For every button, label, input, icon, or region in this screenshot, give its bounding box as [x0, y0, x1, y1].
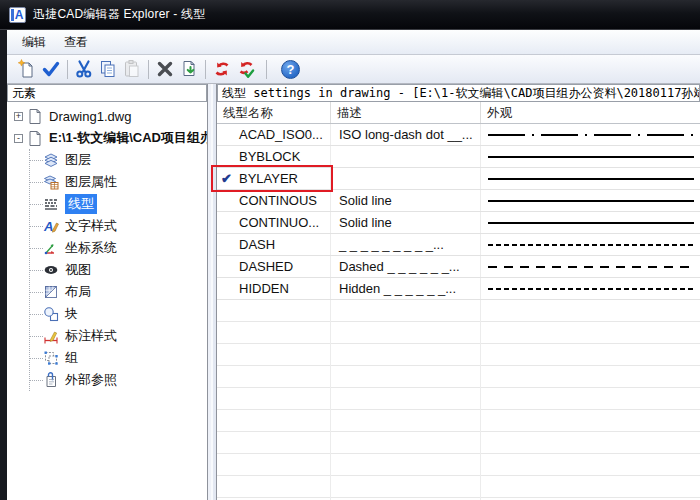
current-check-icon: ✔ [221, 171, 232, 186]
tree-connector [30, 292, 43, 293]
external-reference-icon [43, 372, 60, 388]
linetype-description: Solid line [331, 190, 481, 211]
sidebar-item-label: 视图 [65, 261, 91, 279]
linetype-preview [488, 200, 694, 202]
app-window: A 迅捷CAD编辑器 Explorer - 线型 编辑 查看 [0, 0, 700, 500]
table-row[interactable]: ACAD_ISO0... ISO long-dash dot __... [217, 124, 700, 146]
linetype-description: Solid line [331, 212, 481, 233]
dimension-style-icon [43, 328, 60, 344]
linetype-name: DASH [239, 237, 275, 252]
window-frame: 编辑 查看 [0, 30, 700, 500]
column-header-appearance[interactable]: 外观 [481, 102, 700, 123]
sidebar-item-label: 布局 [65, 283, 91, 301]
sidebar-item-label: 图层 [65, 151, 91, 169]
linetype-name: DASHED [239, 259, 293, 274]
linetype-preview [488, 156, 694, 158]
linetype-table: 线型名称 描述 外观 ACAD_ISO0... ISO long-dash do… [217, 102, 700, 500]
sidebar-item-coordinate-system[interactable]: 坐标系统 [30, 237, 207, 259]
toolbar-separator [205, 60, 206, 79]
linetype-name: CONTINUO... [239, 215, 319, 230]
menu-edit[interactable]: 编辑 [13, 31, 55, 54]
toolbar-separator [148, 60, 149, 79]
sidebar-item-layouts[interactable]: 布局 [30, 281, 207, 303]
linetype-icon [43, 196, 60, 212]
tree-connector [30, 226, 43, 227]
block-icon [43, 306, 60, 322]
column-header-description[interactable]: 描述 [331, 102, 481, 123]
linetype-name: CONTINOUS [239, 193, 317, 208]
title-bar[interactable]: A 迅捷CAD编辑器 Explorer - 线型 [0, 0, 700, 30]
sidebar-item-layers[interactable]: 图层 [30, 149, 207, 171]
export-file-icon[interactable] [177, 57, 201, 81]
tree-item-label: Drawing1.dwg [49, 109, 131, 124]
tree-item-drawing1[interactable]: + Drawing1.dwg [7, 105, 207, 127]
table-row[interactable]: CONTINOUS Solid line [217, 190, 700, 212]
linetype-panel-header: 线型 settings in drawing - [E:\1-软文编辑\CAD项… [217, 84, 700, 102]
group-icon [43, 350, 60, 366]
new-file-icon[interactable] [15, 57, 39, 81]
tree-connector [30, 248, 43, 249]
table-row[interactable]: HIDDEN Hidden _ _ _ _ _ _... [217, 278, 700, 300]
tree-connector [30, 204, 43, 205]
delete-icon[interactable] [153, 57, 177, 81]
linetype-description: ISO long-dash dot __... [331, 124, 481, 145]
paste-icon[interactable] [120, 57, 144, 81]
linetype-preview [488, 222, 694, 224]
help-icon[interactable]: ? [281, 60, 300, 79]
sidebar-item-dimension-styles[interactable]: 标注样式 [30, 325, 207, 347]
menu-bar: 编辑 查看 [7, 30, 700, 55]
sidebar-item-layer-properties[interactable]: 图层属性 [30, 171, 207, 193]
linetype-panel: 线型 settings in drawing - [E:\1-软文编辑\CAD项… [217, 84, 700, 500]
sidebar-item-groups[interactable]: 组 [30, 347, 207, 369]
elements-panel: 元素 + Drawing1.dwg - E:\1-软 [7, 84, 207, 500]
linetype-description: Hidden _ _ _ _ _ _... [331, 278, 481, 299]
tree-children: 图层 图层属性 [29, 149, 207, 391]
toolbar-separator [67, 60, 68, 79]
table-header-row: 线型名称 描述 外观 [217, 102, 700, 124]
sidebar-item-label: 组 [65, 349, 78, 367]
panel-splitter[interactable] [207, 84, 217, 500]
sidebar-item-blocks[interactable]: 块 [30, 303, 207, 325]
table-row-bylayer[interactable]: ✔ BYLAYER [217, 168, 700, 190]
linetype-description: Dashed _ _ _ _ _ _... [331, 256, 481, 277]
cut-icon[interactable] [72, 57, 96, 81]
reload-apply-icon[interactable] [234, 57, 258, 81]
window-title: 迅捷CAD编辑器 Explorer - 线型 [33, 6, 205, 23]
tree-item-label: E:\1-软文编辑\CAD项目组办 [49, 129, 207, 147]
tree-item-current-drawing[interactable]: - E:\1-软文编辑\CAD项目组办 [7, 127, 207, 149]
table-row[interactable]: DASHED Dashed _ _ _ _ _ _... [217, 256, 700, 278]
menu-view[interactable]: 查看 [55, 31, 97, 54]
linetype-description: _ _ _ _ _ _ _ _ _... [331, 234, 481, 255]
sidebar-item-text-style[interactable]: A 文字样式 [30, 215, 207, 237]
sidebar-item-label: 块 [65, 305, 78, 323]
linetype-description [331, 146, 481, 167]
sidebar-item-label: 标注样式 [65, 327, 117, 345]
tree-connector [30, 380, 43, 381]
tree-connector [30, 182, 43, 183]
tree-connector [30, 270, 43, 271]
sidebar-item-linetype[interactable]: 线型 [30, 193, 207, 215]
linetype-name: HIDDEN [239, 281, 289, 296]
svg-text:A: A [43, 219, 53, 234]
sidebar-item-views[interactable]: 视图 [30, 259, 207, 281]
sidebar-item-label: 文字样式 [65, 217, 117, 235]
column-header-name[interactable]: 线型名称 [217, 102, 331, 123]
eye-icon [43, 262, 60, 278]
table-row[interactable]: BYBLOCK [217, 146, 700, 168]
expand-plus-icon[interactable]: + [14, 112, 23, 121]
text-style-icon: A [43, 218, 60, 234]
sidebar-item-label: 坐标系统 [65, 239, 117, 257]
confirm-check-icon[interactable] [39, 57, 63, 81]
collapse-minus-icon[interactable]: - [14, 134, 23, 143]
copy-icon[interactable] [96, 57, 120, 81]
sidebar-item-label: 图层属性 [65, 173, 117, 191]
table-row[interactable]: CONTINUO... Solid line [217, 212, 700, 234]
app-icon[interactable]: A [9, 7, 26, 23]
linetype-description [331, 168, 481, 189]
layer-properties-icon [43, 174, 60, 190]
table-row[interactable]: DASH _ _ _ _ _ _ _ _ _... [217, 234, 700, 256]
reload-red-icon[interactable] [210, 57, 234, 81]
app-icon-letter: A [15, 9, 24, 21]
sidebar-item-external-references[interactable]: 外部参照 [30, 369, 207, 391]
linetype-name: BYBLOCK [239, 149, 300, 164]
